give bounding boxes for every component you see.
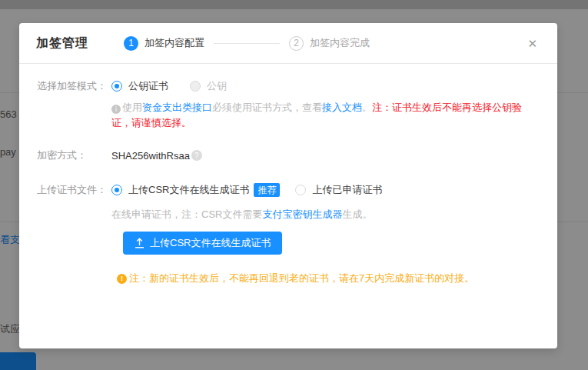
step-1-circle: 1 [124, 36, 138, 51]
docs-link[interactable]: 接入文档 [322, 102, 362, 113]
upload-button-label: 上传CSR文件在线生成证书 [150, 236, 271, 250]
radio-label: 公钥 [207, 79, 227, 93]
radio-label: 公钥证书 [128, 79, 168, 93]
key-generator-link[interactable]: 支付宝密钥生成器 [262, 208, 342, 220]
close-icon[interactable]: ✕ [524, 35, 540, 52]
radio-checked-icon [111, 185, 122, 195]
encrypt-method-row: 加密方式： SHA256withRsaa ? [37, 148, 539, 162]
note-text: 。 [362, 102, 372, 113]
help-icon[interactable]: ? [191, 150, 202, 161]
radio-unchecked-icon [295, 185, 306, 195]
radio-public-key: 公钥 [190, 79, 227, 93]
upload-cert-label: 上传证书文件： [37, 183, 111, 197]
steps-indicator: 1 加签内容配置 2 加签内容完成 [124, 36, 370, 51]
sign-mode-row: 选择加签模式： 公钥证书 公钥 [37, 79, 539, 93]
note-text: 生成。 [342, 208, 372, 220]
warning-text: 注：新的证书生效后，不能再回退到老的证书，请在7天内完成新证书的对接。 [129, 272, 474, 285]
radio-checked-icon [111, 81, 122, 92]
sign-mode-note: i使用资金支出类接口必须使用证书方式，查看接入文档。注：证书生效后不能再选择公钥… [111, 100, 539, 131]
upload-icon [135, 238, 145, 248]
dialog-body: 选择加签模式： 公钥证书 公钥 i使用资金支出类接口必须使用证书方式，查看接入文… [19, 64, 557, 285]
radio-upload-existing[interactable]: 上传已申请证书 [295, 183, 382, 197]
step-1-label: 加签内容配置 [145, 36, 204, 50]
note-text: 使用 [122, 102, 142, 113]
recommended-badge: 推荐 [254, 183, 280, 197]
upload-csr-button[interactable]: 上传CSR文件在线生成证书 [123, 232, 282, 255]
dialog-title: 加签管理 [36, 35, 88, 52]
step-2-label: 加签内容完成 [310, 36, 370, 50]
step-2-circle: 2 [289, 36, 304, 51]
warning-icon: ! [117, 274, 127, 284]
step-connector-line [214, 43, 280, 44]
encrypt-method-label: 加密方式： [37, 148, 111, 162]
upload-cert-row: 上传证书文件： 上传CSR文件在线生成证书 推荐 上传已申请证书 [37, 183, 539, 197]
radio-label: 上传CSR文件在线生成证书 [128, 183, 249, 197]
encrypt-method-value: SHA256withRsaa [111, 150, 190, 162]
radio-label: 上传已申请证书 [312, 183, 382, 197]
bottom-warning: ! 注：新的证书生效后，不能再回退到老的证书，请在7天内完成新证书的对接。 [117, 272, 539, 285]
fund-api-link[interactable]: 资金支出类接口 [142, 102, 212, 113]
radio-upload-csr[interactable]: 上传CSR文件在线生成证书 推荐 [111, 183, 280, 197]
note-text: 必须使用证书方式，查看 [212, 102, 322, 113]
radio-public-key-cert[interactable]: 公钥证书 [111, 79, 168, 93]
csr-note: 在线申请证书，注：CSR文件需要支付宝密钥生成器生成。 [111, 207, 539, 222]
sign-mode-label: 选择加签模式： [37, 79, 111, 93]
dialog-header: 加签管理 1 加签内容配置 2 加签内容完成 ✕ [19, 23, 557, 64]
info-icon: i [111, 105, 121, 114]
signature-management-dialog: 加签管理 1 加签内容配置 2 加签内容完成 ✕ 选择加签模式： 公钥证书 公钥 [19, 23, 557, 348]
note-text: 在线申请证书，注：CSR文件需要 [111, 208, 262, 220]
radio-disabled-icon [190, 81, 201, 92]
